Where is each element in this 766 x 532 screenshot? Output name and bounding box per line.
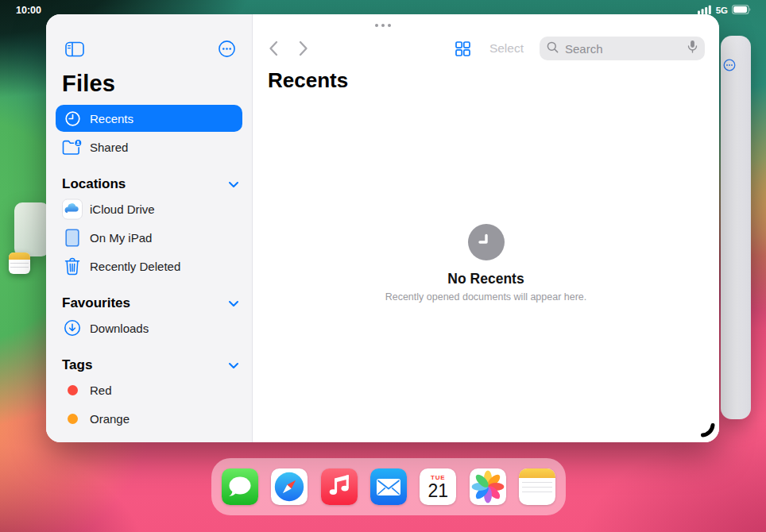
section-title: Locations xyxy=(62,176,126,192)
background-app-card-left[interactable] xyxy=(14,202,49,256)
ipad-screen: 10:00 5G xyxy=(0,0,766,532)
section-header-locations[interactable]: Locations xyxy=(62,176,239,192)
orange-tag-dot xyxy=(62,414,83,424)
sidebar-item-tag-red[interactable]: Red xyxy=(56,376,242,403)
window-resize-handle[interactable] xyxy=(696,418,715,441)
status-time: 10:00 xyxy=(16,5,41,16)
page-title: Recents xyxy=(268,68,719,93)
download-circle-icon xyxy=(62,319,83,337)
sidebar-item-label: iCloud Drive xyxy=(90,202,155,216)
sidebar-item-on-my-ipad[interactable]: On My iPad xyxy=(56,224,242,251)
forward-button[interactable] xyxy=(296,39,311,58)
sidebar-item-label: Orange xyxy=(90,412,130,426)
section-title: Favourites xyxy=(62,295,130,311)
dock-app-messages[interactable] xyxy=(222,468,258,505)
search-icon xyxy=(547,41,559,56)
more-circle-icon[interactable] xyxy=(723,59,736,75)
chevron-down-icon[interactable] xyxy=(228,362,239,369)
toolbar: Select xyxy=(253,14,719,60)
dock-app-safari[interactable] xyxy=(271,468,308,505)
dock-app-photos[interactable] xyxy=(470,468,506,505)
sidebar-item-recently-deleted[interactable]: Recently Deleted xyxy=(56,253,242,279)
icloud-drive-icon xyxy=(62,199,83,220)
mail-envelope-icon xyxy=(370,468,407,505)
window-handle[interactable] xyxy=(370,21,396,30)
chevron-left-icon xyxy=(269,40,278,56)
sidebar-item-shared[interactable]: Shared xyxy=(56,133,242,160)
sidebar-item-label: Recents xyxy=(90,112,133,125)
status-bar: 10:00 5G xyxy=(0,0,766,19)
dock-app-mail[interactable] xyxy=(370,468,407,505)
empty-state-title: No Recents xyxy=(253,271,719,287)
mic-icon[interactable] xyxy=(687,40,698,57)
empty-state-subtitle: Recently opened documents will appear he… xyxy=(253,291,719,303)
network-label: 5G xyxy=(716,6,728,15)
signal-bars-icon xyxy=(698,5,712,16)
dock-app-notes[interactable] xyxy=(519,468,555,505)
clock-icon xyxy=(62,110,83,127)
sidebar-item-label: On My iPad xyxy=(90,231,152,245)
red-tag-dot xyxy=(62,385,83,395)
section-header-tags[interactable]: Tags xyxy=(62,357,239,373)
sidebar-more-button[interactable] xyxy=(215,38,239,60)
shared-folder-icon xyxy=(62,139,83,156)
photos-flower-icon xyxy=(470,469,505,504)
dock-app-calendar[interactable]: TUE 21 xyxy=(420,468,456,505)
app-title: Files xyxy=(62,71,252,97)
safari-icon xyxy=(273,471,305,503)
trash-icon xyxy=(62,257,83,276)
sidebar-item-downloads[interactable]: Downloads xyxy=(56,314,242,341)
search-input[interactable] xyxy=(563,41,683,56)
select-button[interactable]: Select xyxy=(485,40,528,56)
chevron-down-icon[interactable] xyxy=(228,300,239,307)
calendar-day: 21 xyxy=(428,482,449,500)
music-note-icon xyxy=(321,468,358,505)
back-button[interactable] xyxy=(265,39,281,58)
sidebar-item-label: Recently Deleted xyxy=(90,260,180,273)
messages-icon xyxy=(222,468,258,505)
dock: TUE 21 xyxy=(211,458,566,515)
section-title: Tags xyxy=(62,357,92,373)
sidebar-item-recents[interactable]: Recents xyxy=(56,105,242,132)
files-window: Files Recents Shared xyxy=(46,14,719,442)
sidebar: Files Recents Shared xyxy=(46,14,253,442)
content-area: Select xyxy=(253,14,719,442)
empty-state: No Recents Recently opened documents wil… xyxy=(253,224,719,303)
sidebar-item-label: Downloads xyxy=(90,322,149,335)
notes-app-icon xyxy=(9,253,30,274)
search-field[interactable] xyxy=(540,37,705,60)
battery-icon xyxy=(732,5,752,16)
section-header-favourites[interactable]: Favourites xyxy=(62,295,239,311)
dock-app-music[interactable] xyxy=(321,468,358,505)
background-app-card-right[interactable] xyxy=(721,36,751,419)
ipad-icon xyxy=(62,229,83,247)
sidebar-item-tag-orange[interactable]: Orange xyxy=(56,405,242,432)
chevron-down-icon[interactable] xyxy=(228,181,239,188)
grid-view-icon xyxy=(455,41,470,56)
clock-icon xyxy=(468,224,505,260)
sidebar-item-label: Shared xyxy=(90,141,128,154)
sidebar-item-icloud-drive[interactable]: iCloud Drive xyxy=(56,195,242,222)
sidebar-toggle-button[interactable] xyxy=(62,40,87,59)
sidebar-item-label: Red xyxy=(90,384,112,397)
view-options-button[interactable] xyxy=(452,40,474,58)
chevron-right-icon xyxy=(299,40,308,56)
more-circle-icon xyxy=(218,40,236,58)
sidebar-toggle-icon xyxy=(65,41,84,57)
